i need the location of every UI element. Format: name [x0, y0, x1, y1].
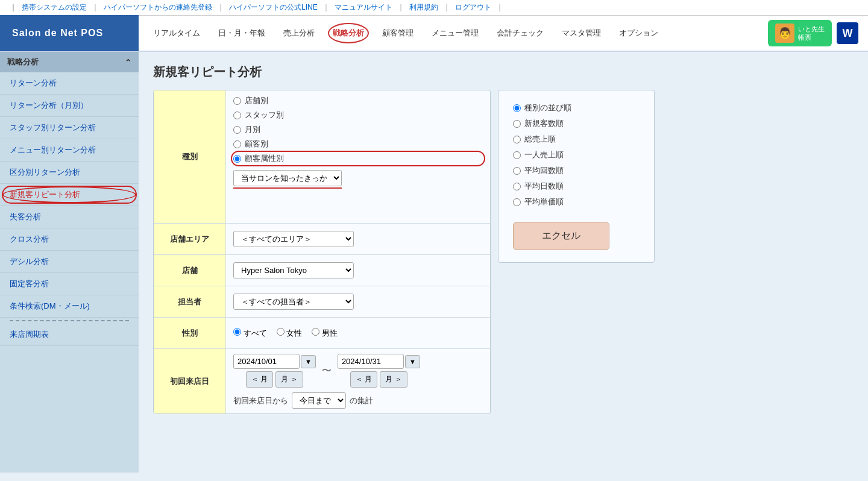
shurui-radio-shop-label[interactable]: 店舗別	[245, 95, 268, 106]
store-content: Hyper Salon Tokyo	[226, 257, 490, 283]
sidebar-collapse-icon[interactable]: ⌃	[125, 58, 131, 67]
gender-radio-female-label[interactable]: 女性	[286, 329, 302, 338]
gender-radio-all-input[interactable]	[233, 328, 241, 336]
sort-radio-total-sales-label[interactable]: 総売上順	[524, 134, 556, 145]
sidebar-item-loyal-customer[interactable]: 固定客分析	[0, 273, 139, 295]
date-summary-row: 初回来店日から 今日まで の集計	[233, 392, 483, 409]
sort-radio-new-count-label[interactable]: 新規客数順	[524, 118, 564, 129]
nav-customer-management[interactable]: 顧客管理	[374, 23, 422, 43]
shurui-radio-staff-label[interactable]: スタッフ別	[245, 110, 284, 121]
nav-sales-analysis[interactable]: 売上分析	[275, 23, 323, 43]
sort-radio-avg-price-label[interactable]: 平均単価順	[524, 196, 564, 207]
staff-select[interactable]: ＜すべての担当者＞	[233, 294, 354, 310]
sort-radio-avg-price-input[interactable]	[513, 198, 521, 206]
gender-radio-male-input[interactable]	[312, 328, 319, 336]
sort-radio-per-person-label[interactable]: 一人売上順	[524, 149, 564, 160]
nav-accounting-check[interactable]: 会計チェック	[488, 23, 552, 43]
nav-realtime[interactable]: リアルタイム	[145, 23, 209, 43]
gender-radio-male-label[interactable]: 男性	[322, 329, 338, 338]
top-bar-sep4: ｜	[397, 2, 404, 13]
sort-radio-avg-days-input[interactable]	[513, 183, 521, 190]
sort-radio-total-sales-input[interactable]	[513, 136, 521, 143]
date-to-input[interactable]	[338, 354, 404, 369]
store-area-select[interactable]: ＜すべてのエリア＞	[233, 231, 354, 247]
first-visit-row: 初回来店日 ▼ ＜ 月 月 ＞	[154, 349, 490, 413]
sidebar-item-category-return[interactable]: 区分別リターン分析	[0, 162, 139, 184]
sort-radio-order-label[interactable]: 種別の並び順	[524, 102, 571, 113]
date-from-input[interactable]	[233, 354, 300, 369]
shurui-sub-dropdown[interactable]: 当サロンを知ったきっか	[233, 170, 342, 186]
shurui-radio-customer-input[interactable]	[233, 140, 241, 148]
header: Salon de Net POS リアルタイム 日・月・年報 売上分析 戦略分析…	[0, 16, 868, 52]
shurui-radio-month: 月別	[233, 124, 483, 135]
sort-radio-avg-count-label[interactable]: 平均回数順	[524, 165, 564, 176]
sort-radio-per-person: 一人売上順	[513, 149, 640, 160]
gender-content: すべて 女性 男性	[226, 323, 490, 344]
w-logo: W	[837, 22, 858, 44]
date-to-prev-month-btn[interactable]: ＜ 月	[350, 371, 377, 388]
nav-strategy-analysis[interactable]: 戦略分析	[324, 23, 373, 43]
shurui-radio-customer-attr-input[interactable]	[233, 155, 241, 163]
top-bar-sep3: ｜	[322, 2, 330, 13]
top-bar-sep2: ｜	[217, 2, 224, 13]
date-from-group: ▼ ＜ 月 月 ＞	[233, 354, 316, 388]
sidebar-item-staff-return[interactable]: スタッフ別リターン分析	[0, 117, 139, 139]
sort-radio-new-count-input[interactable]	[513, 120, 521, 128]
gender-radio-male: 男性	[312, 328, 338, 339]
shurui-radio-month-label[interactable]: 月別	[245, 124, 260, 135]
sidebar-item-menu-return[interactable]: メニュー別リターン分析	[0, 139, 139, 162]
sort-radio-per-person-input[interactable]	[513, 151, 521, 159]
nav-menu: リアルタイム 日・月・年報 売上分析 戦略分析 顧客管理 メニュー管理 会計チェ…	[139, 15, 768, 51]
user-badge[interactable]: 👨 いと先生 帳票	[768, 20, 832, 46]
date-to-next-month-btn[interactable]: 月 ＞	[380, 371, 407, 388]
sidebar-item-return-monthly[interactable]: リターン分析（月別）	[0, 95, 139, 117]
sidebar-item-visit-cycle[interactable]: 来店周期表	[0, 324, 139, 346]
sidebar-item-lost-customer[interactable]: 失客分析	[0, 206, 139, 228]
shurui-radio-customer-attr-label[interactable]: 顧客属性別	[245, 153, 284, 164]
sidebar-item-condition-search[interactable]: 条件検索(DM・メール)	[0, 295, 139, 318]
excel-button[interactable]: エクセル	[513, 222, 609, 250]
gender-radio-all-label[interactable]: すべて	[244, 329, 267, 338]
sidebar-item-decile[interactable]: デシル分析	[0, 251, 139, 273]
sort-radio-order-input[interactable]	[513, 104, 521, 112]
sort-radio-avg-days-label[interactable]: 平均日数順	[524, 181, 564, 192]
right-card: 種別の並び順 新規客数順 総売上順 一人売上順	[498, 90, 655, 263]
shurui-radio-staff-input[interactable]	[233, 112, 241, 119]
shurui-radio-group: 店舗別 スタッフ別 月別	[233, 95, 483, 165]
shurui-sub-dropdown-container: 当サロンを知ったきっか	[233, 170, 342, 189]
sort-radio-avg-count-input[interactable]	[513, 167, 521, 175]
top-bar-line[interactable]: ハイパーソフトの公式LINE	[229, 2, 318, 13]
top-bar-logout[interactable]: ログアウト	[455, 2, 491, 13]
shurui-radio-shop-input[interactable]	[233, 97, 241, 105]
logo: Salon de Net POS	[0, 15, 139, 51]
date-from-cal-btn[interactable]: ▼	[301, 355, 316, 368]
sidebar-item-new-customer-repeat[interactable]: 新規客リピート分析	[0, 184, 139, 206]
shurui-radio-customer-label[interactable]: 顧客別	[245, 139, 268, 149]
gender-radio-female-input[interactable]	[277, 328, 285, 336]
sidebar-item-new-customer-repeat-label: 新規客リピート分析	[10, 190, 80, 199]
date-from-prev-month-btn[interactable]: ＜ 月	[246, 371, 273, 388]
date-summary-select[interactable]: 今日まで	[292, 392, 346, 409]
nav-master-management[interactable]: マスタ管理	[553, 23, 609, 43]
nav-options[interactable]: オプション	[611, 23, 667, 43]
date-range-tilde: 〜	[319, 365, 334, 377]
store-select[interactable]: Hyper Salon Tokyo	[233, 262, 354, 278]
gender-radio-group: すべて 女性 男性	[233, 328, 483, 339]
date-from-next-month-btn[interactable]: 月 ＞	[275, 371, 303, 388]
top-bar-contact-reg[interactable]: ハイパーソフトからの連絡先登録	[104, 2, 212, 13]
nav-daily-monthly-annual[interactable]: 日・月・年報	[210, 23, 274, 43]
top-bar-manual[interactable]: マニュアルサイト	[335, 2, 392, 13]
main-layout: 戦略分析 ⌃ リターン分析 リターン分析（月別） スタッフ別リターン分析 メニュ…	[0, 52, 868, 473]
shurui-radio-month-input[interactable]	[233, 126, 241, 134]
first-visit-label: 初回来店日	[154, 349, 226, 413]
top-bar-mobile-settings[interactable]: 携帯システムの設定	[22, 2, 87, 13]
gender-radio-female: 女性	[277, 328, 303, 339]
sidebar-item-return[interactable]: リターン分析	[0, 72, 139, 95]
date-to-cal-btn[interactable]: ▼	[405, 355, 420, 368]
shurui-content: 店舗別 スタッフ別 月別	[226, 90, 490, 223]
sidebar-title: 戦略分析	[7, 57, 39, 68]
gender-label: 性別	[154, 318, 226, 348]
nav-menu-management[interactable]: メニュー管理	[423, 23, 487, 43]
sidebar-item-cross-analysis[interactable]: クロス分析	[0, 228, 139, 251]
top-bar-terms[interactable]: 利用規約	[409, 2, 438, 13]
